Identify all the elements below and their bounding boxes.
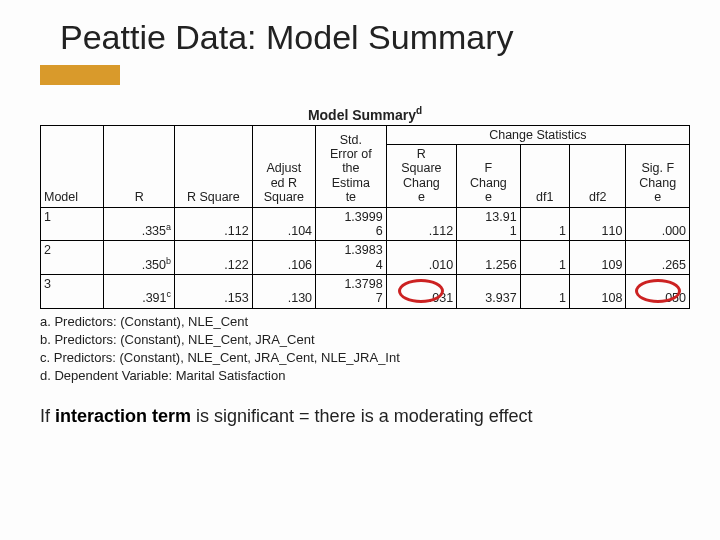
cell-sigf: .265	[626, 241, 690, 275]
cell-model: 3	[41, 275, 104, 309]
cell-r: .350b	[104, 241, 175, 275]
th-df2: df2	[570, 145, 626, 208]
footnote-c: c. Predictors: (Constant), NLE_Cent, JRA…	[40, 349, 690, 367]
model-summary-table: Model R R Square Adjusted RSquare Std.Er…	[40, 125, 690, 309]
cell-stderr: 1.39996	[316, 207, 387, 241]
cell-stderr: 1.37987	[316, 275, 387, 309]
cell-fch: 1.256	[457, 241, 520, 275]
accent-bar	[40, 65, 120, 85]
interaction-term-bold: interaction term	[55, 406, 191, 426]
slide-title: Peattie Data: Model Summary	[60, 18, 690, 57]
table-title-text: Model Summary	[308, 107, 416, 123]
cell-rsqch: .112	[386, 207, 457, 241]
cell-df2: 108	[570, 275, 626, 309]
cell-df1: 1	[520, 275, 569, 309]
cell-rsq: .153	[175, 275, 253, 309]
interpretation-text: If interaction term is significant = the…	[40, 404, 690, 428]
cell-fch: 13.911	[457, 207, 520, 241]
cell-rsq: .122	[175, 241, 253, 275]
cell-df1: 1	[520, 241, 569, 275]
th-rsq: R Square	[175, 125, 253, 207]
th-rsqch: RSquareChange	[386, 145, 457, 208]
table-row: 3 .391c .153 .130 1.37987 .031 3.937 1 1…	[41, 275, 690, 309]
cell-sigf: .000	[626, 207, 690, 241]
th-stderr: Std.Error oftheEstimate	[316, 125, 387, 207]
table-row: 2 .350b .122 .106 1.39834 .010 1.256 1 1…	[41, 241, 690, 275]
footnote-b: b. Predictors: (Constant), NLE_Cent, JRA…	[40, 331, 690, 349]
cell-df2: 110	[570, 207, 626, 241]
table-row: 1 .335a .112 .104 1.39996 .112 13.911 1 …	[41, 207, 690, 241]
cell-df2: 109	[570, 241, 626, 275]
th-model: Model	[41, 125, 104, 207]
footnote-d: d. Dependent Variable: Marital Satisfact…	[40, 367, 690, 385]
cell-sigf: .050	[626, 275, 690, 309]
cell-adjrsq: .104	[252, 207, 315, 241]
cell-fch: 3.937	[457, 275, 520, 309]
cell-stderr: 1.39834	[316, 241, 387, 275]
th-sigf: Sig. FChange	[626, 145, 690, 208]
cell-model: 2	[41, 241, 104, 275]
cell-r: .391c	[104, 275, 175, 309]
th-fch: FChange	[457, 145, 520, 208]
cell-adjrsq: .106	[252, 241, 315, 275]
cell-rsq: .112	[175, 207, 253, 241]
cell-model: 1	[41, 207, 104, 241]
table-title: Model Summaryd	[40, 105, 690, 123]
cell-df1: 1	[520, 207, 569, 241]
cell-adjrsq: .130	[252, 275, 315, 309]
th-adjrsq: Adjusted RSquare	[252, 125, 315, 207]
cell-rsqch: .010	[386, 241, 457, 275]
cell-r: .335a	[104, 207, 175, 241]
table-area: Model Summaryd Model R R Square Adjusted…	[0, 105, 720, 386]
table-title-sup: d	[416, 105, 422, 116]
cell-rsqch: .031	[386, 275, 457, 309]
table-footnotes: a. Predictors: (Constant), NLE_Cent b. P…	[40, 313, 690, 386]
th-change-group: Change Statistics	[386, 125, 689, 144]
th-r: R	[104, 125, 175, 207]
footnote-a: a. Predictors: (Constant), NLE_Cent	[40, 313, 690, 331]
th-df1: df1	[520, 145, 569, 208]
